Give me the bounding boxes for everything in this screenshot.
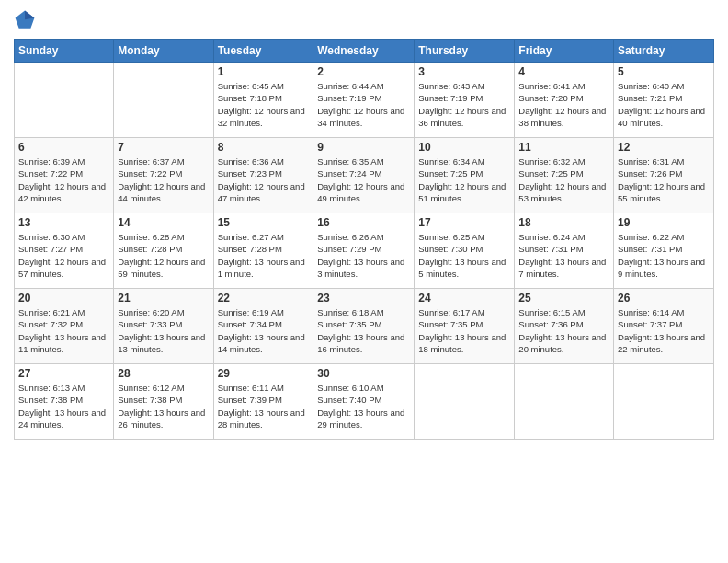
day-info: Sunrise: 6:15 AM Sunset: 7:36 PM Dayligh…: [518, 306, 609, 355]
day-info: Sunrise: 6:21 AM Sunset: 7:32 PM Dayligh…: [18, 306, 109, 355]
day-info: Sunrise: 6:19 AM Sunset: 7:34 PM Dayligh…: [218, 306, 310, 355]
calendar-cell: 27Sunrise: 6:13 AM Sunset: 7:38 PM Dayli…: [15, 364, 114, 440]
calendar-cell: [15, 63, 114, 138]
day-header-sunday: Sunday: [15, 40, 114, 63]
svg-marker-1: [25, 11, 34, 20]
day-info: Sunrise: 6:18 AM Sunset: 7:35 PM Dayligh…: [317, 306, 410, 355]
day-number: 8: [218, 141, 310, 154]
calendar: SundayMondayTuesdayWednesdayThursdayFrid…: [14, 39, 714, 440]
day-number: 13: [18, 216, 109, 229]
calendar-cell: 29Sunrise: 6:11 AM Sunset: 7:39 PM Dayli…: [213, 364, 313, 440]
calendar-cell: 26Sunrise: 6:14 AM Sunset: 7:37 PM Dayli…: [614, 289, 714, 364]
day-info: Sunrise: 6:28 AM Sunset: 7:28 PM Dayligh…: [118, 231, 209, 280]
day-number: 3: [418, 65, 510, 78]
day-number: 22: [218, 292, 310, 304]
calendar-cell: 11Sunrise: 6:32 AM Sunset: 7:25 PM Dayli…: [515, 138, 614, 213]
calendar-cell: 23Sunrise: 6:18 AM Sunset: 7:35 PM Dayli…: [313, 289, 415, 364]
calendar-cell: [515, 364, 614, 440]
day-number: 4: [518, 65, 609, 78]
day-number: 9: [317, 141, 410, 154]
day-number: 25: [518, 292, 609, 304]
day-info: Sunrise: 6:35 AM Sunset: 7:24 PM Dayligh…: [317, 155, 410, 204]
calendar-cell: 21Sunrise: 6:20 AM Sunset: 7:33 PM Dayli…: [114, 289, 213, 364]
day-info: Sunrise: 6:43 AM Sunset: 7:19 PM Dayligh…: [418, 80, 510, 129]
day-header-friday: Friday: [515, 40, 614, 63]
calendar-cell: 15Sunrise: 6:27 AM Sunset: 7:28 PM Dayli…: [213, 213, 313, 289]
calendar-cell: 8Sunrise: 6:36 AM Sunset: 7:23 PM Daylig…: [213, 138, 313, 213]
day-info: Sunrise: 6:45 AM Sunset: 7:18 PM Dayligh…: [218, 80, 310, 129]
day-info: Sunrise: 6:34 AM Sunset: 7:25 PM Dayligh…: [418, 155, 510, 204]
calendar-cell: [415, 364, 515, 440]
day-info: Sunrise: 6:41 AM Sunset: 7:20 PM Dayligh…: [518, 80, 609, 129]
day-info: Sunrise: 6:26 AM Sunset: 7:29 PM Dayligh…: [317, 231, 410, 280]
header: [14, 9, 714, 31]
day-info: Sunrise: 6:25 AM Sunset: 7:30 PM Dayligh…: [418, 231, 510, 280]
day-info: Sunrise: 6:39 AM Sunset: 7:22 PM Dayligh…: [18, 155, 109, 204]
day-number: 21: [118, 292, 209, 304]
day-number: 11: [518, 141, 609, 154]
day-number: 24: [418, 292, 510, 304]
calendar-cell: 17Sunrise: 6:25 AM Sunset: 7:30 PM Dayli…: [415, 213, 515, 289]
day-info: Sunrise: 6:27 AM Sunset: 7:28 PM Dayligh…: [218, 231, 310, 280]
day-info: Sunrise: 6:12 AM Sunset: 7:38 PM Dayligh…: [118, 382, 209, 431]
day-header-monday: Monday: [114, 40, 213, 63]
day-info: Sunrise: 6:40 AM Sunset: 7:21 PM Dayligh…: [618, 80, 710, 129]
calendar-cell: 22Sunrise: 6:19 AM Sunset: 7:34 PM Dayli…: [213, 289, 313, 364]
day-number: 12: [618, 141, 710, 154]
day-info: Sunrise: 6:13 AM Sunset: 7:38 PM Dayligh…: [18, 382, 109, 431]
logo: [14, 9, 38, 31]
day-number: 14: [118, 216, 209, 229]
day-number: 17: [418, 216, 510, 229]
day-header-wednesday: Wednesday: [313, 40, 415, 63]
calendar-cell: [114, 63, 213, 138]
day-number: 27: [18, 367, 109, 380]
calendar-cell: 5Sunrise: 6:40 AM Sunset: 7:21 PM Daylig…: [614, 63, 714, 138]
day-info: Sunrise: 6:37 AM Sunset: 7:22 PM Dayligh…: [118, 155, 209, 204]
day-info: Sunrise: 6:31 AM Sunset: 7:26 PM Dayligh…: [618, 155, 710, 204]
day-info: Sunrise: 6:36 AM Sunset: 7:23 PM Dayligh…: [218, 155, 310, 204]
day-info: Sunrise: 6:24 AM Sunset: 7:31 PM Dayligh…: [518, 231, 609, 280]
day-number: 20: [18, 292, 109, 304]
day-header-saturday: Saturday: [614, 40, 714, 63]
calendar-cell: 4Sunrise: 6:41 AM Sunset: 7:20 PM Daylig…: [515, 63, 614, 138]
calendar-cell: 28Sunrise: 6:12 AM Sunset: 7:38 PM Dayli…: [114, 364, 213, 440]
calendar-cell: 25Sunrise: 6:15 AM Sunset: 7:36 PM Dayli…: [515, 289, 614, 364]
calendar-cell: 7Sunrise: 6:37 AM Sunset: 7:22 PM Daylig…: [114, 138, 213, 213]
calendar-cell: 6Sunrise: 6:39 AM Sunset: 7:22 PM Daylig…: [15, 138, 114, 213]
day-info: Sunrise: 6:10 AM Sunset: 7:40 PM Dayligh…: [317, 382, 410, 431]
day-info: Sunrise: 6:30 AM Sunset: 7:27 PM Dayligh…: [18, 231, 109, 280]
calendar-cell: 9Sunrise: 6:35 AM Sunset: 7:24 PM Daylig…: [313, 138, 415, 213]
days-header-row: SundayMondayTuesdayWednesdayThursdayFrid…: [15, 40, 714, 63]
day-header-tuesday: Tuesday: [213, 40, 313, 63]
day-number: 19: [618, 216, 710, 229]
day-info: Sunrise: 6:22 AM Sunset: 7:31 PM Dayligh…: [618, 231, 710, 280]
day-number: 23: [317, 292, 410, 304]
day-header-thursday: Thursday: [415, 40, 515, 63]
calendar-cell: 10Sunrise: 6:34 AM Sunset: 7:25 PM Dayli…: [415, 138, 515, 213]
calendar-cell: 14Sunrise: 6:28 AM Sunset: 7:28 PM Dayli…: [114, 213, 213, 289]
calendar-cell: 20Sunrise: 6:21 AM Sunset: 7:32 PM Dayli…: [15, 289, 114, 364]
day-number: 6: [18, 141, 109, 154]
day-number: 2: [317, 65, 410, 78]
calendar-cell: 16Sunrise: 6:26 AM Sunset: 7:29 PM Dayli…: [313, 213, 415, 289]
week-row-1: 1Sunrise: 6:45 AM Sunset: 7:18 PM Daylig…: [15, 63, 714, 138]
day-number: 18: [518, 216, 609, 229]
day-number: 10: [418, 141, 510, 154]
day-number: 26: [618, 292, 710, 304]
calendar-cell: 18Sunrise: 6:24 AM Sunset: 7:31 PM Dayli…: [515, 213, 614, 289]
calendar-cell: 13Sunrise: 6:30 AM Sunset: 7:27 PM Dayli…: [15, 213, 114, 289]
day-number: 30: [317, 367, 410, 380]
calendar-cell: 3Sunrise: 6:43 AM Sunset: 7:19 PM Daylig…: [415, 63, 515, 138]
day-info: Sunrise: 6:32 AM Sunset: 7:25 PM Dayligh…: [518, 155, 609, 204]
calendar-cell: 2Sunrise: 6:44 AM Sunset: 7:19 PM Daylig…: [313, 63, 415, 138]
day-number: 15: [218, 216, 310, 229]
week-row-5: 27Sunrise: 6:13 AM Sunset: 7:38 PM Dayli…: [15, 364, 714, 440]
calendar-cell: [614, 364, 714, 440]
day-number: 1: [218, 65, 310, 78]
day-info: Sunrise: 6:20 AM Sunset: 7:33 PM Dayligh…: [118, 306, 209, 355]
day-number: 16: [317, 216, 410, 229]
calendar-cell: 1Sunrise: 6:45 AM Sunset: 7:18 PM Daylig…: [213, 63, 313, 138]
day-info: Sunrise: 6:11 AM Sunset: 7:39 PM Dayligh…: [218, 382, 310, 431]
day-info: Sunrise: 6:14 AM Sunset: 7:37 PM Dayligh…: [618, 306, 710, 355]
day-number: 5: [618, 65, 710, 78]
